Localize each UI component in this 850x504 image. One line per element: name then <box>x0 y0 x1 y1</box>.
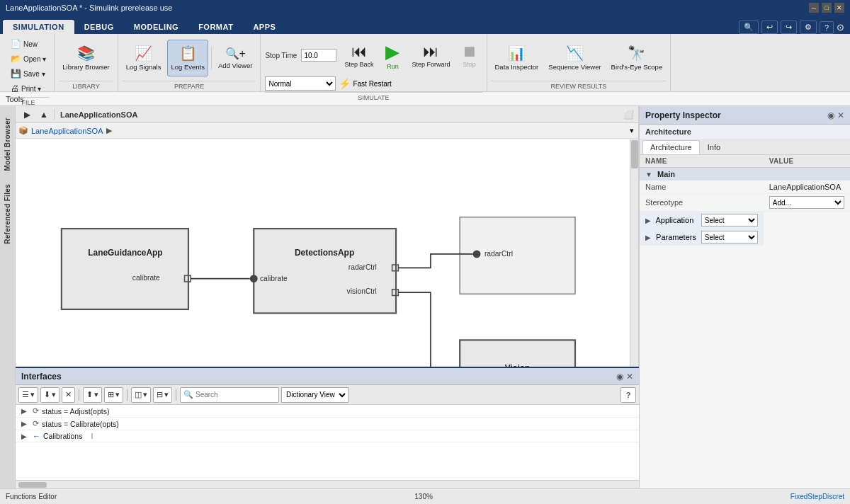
redo-btn[interactable]: ↪ <box>781 21 797 34</box>
status-left[interactable]: Functions Editor <box>6 493 57 500</box>
fast-restart-row: ⚡ Fast Restart <box>339 78 391 89</box>
status-right[interactable]: FixedStepDiscret <box>790 493 844 500</box>
row1-expand-icon[interactable]: ▶ <box>21 407 30 415</box>
print-label: Print ▾ <box>21 85 41 93</box>
up-button[interactable]: ▲ <box>37 108 51 122</box>
interfaces-import-btn[interactable]: ⬇▾ <box>40 387 60 403</box>
interfaces-arrange-btn[interactable]: ⊞▾ <box>104 387 123 403</box>
breadcrumb-icon2: 📦 <box>18 126 28 135</box>
ribbon-group-review-content: 📊 Data Inspector 📉 Sequence Viewer 🔭 Bir… <box>492 37 667 79</box>
simulation-mode-select[interactable]: Normal <box>265 76 336 91</box>
main-section-row[interactable]: ▼ Main <box>640 168 850 181</box>
save-icon: 💾 <box>11 69 21 79</box>
step-back-label: Step Back <box>344 61 373 68</box>
interfaces-content: ▶ ⟳ status = Adjust(opts) ▶ ⟳ status = C… <box>16 405 639 480</box>
ribbon-group-review: 📊 Data Inspector 📉 Sequence Viewer 🔭 Bir… <box>487 34 672 91</box>
parameters-section-row[interactable]: ▶ Parameters Select <box>640 229 850 246</box>
detections-app-block[interactable] <box>254 229 396 313</box>
breadcrumb-text[interactable]: LaneApplicationSOA <box>31 127 103 135</box>
interfaces-help-button[interactable]: ? <box>620 387 636 403</box>
ribbon-group-library: 📚 Library Browser LIBRARY <box>55 34 118 91</box>
interfaces-close-button[interactable]: ✕ <box>626 372 633 382</box>
architecture-tab[interactable]: Architecture <box>642 140 700 154</box>
add-icon: ☰ <box>22 390 29 399</box>
birds-eye-scope-button[interactable]: 🔭 Bird's-Eye Scope <box>608 40 667 76</box>
application-section-row[interactable]: ▶ Application Select <box>640 212 850 229</box>
if-hscroll-thumb[interactable] <box>18 482 47 488</box>
help-btn[interactable]: ? <box>820 21 834 34</box>
referenced-files-tab[interactable]: Referenced Files <box>1 178 13 250</box>
panel-close-button[interactable]: ✕ <box>837 110 844 120</box>
cursor-indicator: I <box>91 432 93 440</box>
prepare-group-label: PREPARE <box>123 81 256 91</box>
lane-guidance-block[interactable] <box>62 229 188 309</box>
canvas-maximize-button[interactable]: ⬜ <box>621 108 635 122</box>
new-button[interactable]: 📄 New <box>7 37 50 51</box>
tab-simulation[interactable]: SIMULATION <box>3 20 74 34</box>
step-forward-label: Step Forward <box>412 61 450 68</box>
sequence-viewer-button[interactable]: 📉 Sequence Viewer <box>545 40 604 76</box>
search-box: 🔍 <box>180 387 279 403</box>
add-viewer-button[interactable]: 🔍+ Add Viewer <box>215 47 256 69</box>
name-prop-value[interactable]: LaneApplicationSOA <box>764 181 850 194</box>
open-button[interactable]: 📂 Open ▾ <box>7 52 50 66</box>
scrollbar-thumb[interactable] <box>631 140 638 168</box>
info-tab[interactable]: Info <box>700 140 728 154</box>
interfaces-export-btn[interactable]: ⬆▾ <box>83 387 102 403</box>
dictionary-view-select[interactable]: Dictionary View <box>281 387 348 403</box>
maximize-button[interactable]: □ <box>822 3 832 13</box>
toolbar-divider3 <box>176 389 176 401</box>
save-button[interactable]: 💾 Save ▾ <box>7 67 50 81</box>
name-column-header: NAME <box>640 155 764 168</box>
search-docs-btn[interactable]: 🔍 <box>739 21 759 34</box>
add-viewer-icon: 🔍+ <box>225 47 246 60</box>
interface-row-1[interactable]: ▶ ⟳ status = Adjust(opts) <box>16 405 639 418</box>
ribbon-group-simulate: Stop Time ⏮ Step Back ▶ Run ⏭ Step Forwa… <box>261 34 487 91</box>
row2-expand-icon[interactable]: ▶ <box>21 420 30 428</box>
breadcrumb-dropdown[interactable]: ▾ <box>630 126 634 135</box>
minimize-button[interactable]: ─ <box>809 3 819 13</box>
step-back-button[interactable]: ⏮ Step Back <box>341 37 377 74</box>
interfaces-add-dropdown[interactable]: ☰▾ <box>18 387 38 403</box>
step-forward-button[interactable]: ⏭ Step Forward <box>408 37 453 74</box>
interfaces-hscroll[interactable] <box>16 480 639 488</box>
run-button[interactable]: ▶ Run <box>380 37 405 74</box>
interface-row-3[interactable]: ▶ ← Calibrations I <box>16 430 639 442</box>
main-expand-icon[interactable]: ▼ <box>645 171 652 178</box>
layout-icon: ◫ <box>135 390 142 399</box>
search-input[interactable] <box>196 391 285 399</box>
model-browser-tab[interactable]: Model Browser <box>1 112 13 177</box>
close-button[interactable]: ✕ <box>834 3 844 13</box>
data-inspector-button[interactable]: 📊 Data Inspector <box>492 40 543 76</box>
parameters-expand-icon[interactable]: ▶ <box>645 234 651 241</box>
stereotype-prop-value[interactable]: Add... <box>764 194 850 212</box>
library-group-label: LIBRARY <box>59 81 113 91</box>
interfaces-header-controls: ◉ ✕ <box>616 372 633 382</box>
application-select[interactable]: Select <box>701 214 758 227</box>
tab-modeling[interactable]: MODELING <box>124 20 188 34</box>
log-events-button[interactable]: 📋 Log Events <box>167 40 208 76</box>
stereotype-select[interactable]: Add... <box>769 196 844 209</box>
log-signals-button[interactable]: 📈 Log Signals <box>123 40 165 76</box>
tab-debug[interactable]: DEBUG <box>74 20 124 34</box>
interface-row-2[interactable]: ▶ ⟳ status = Calibrate(opts) <box>16 418 639 430</box>
library-browser-button[interactable]: 📚 Library Browser <box>59 40 113 76</box>
print-button[interactable]: 🖨 Print ▾ <box>7 81 50 96</box>
panel-pin-button[interactable]: ◉ <box>827 110 834 120</box>
application-expand-icon[interactable]: ▶ <box>645 217 651 224</box>
tab-format[interactable]: FORMAT <box>188 20 243 34</box>
close-ribbon-btn[interactable]: ⊙ <box>837 22 844 33</box>
interfaces-pin-button[interactable]: ◉ <box>616 372 623 382</box>
interfaces-collapse-btn[interactable]: ⊟▾ <box>153 387 172 403</box>
settings-btn[interactable]: ⚙ <box>800 21 817 34</box>
row3-expand-icon[interactable]: ▶ <box>21 433 30 440</box>
forward-button[interactable]: ▶ <box>20 108 34 122</box>
interfaces-layout-btn[interactable]: ◫▾ <box>131 387 151 403</box>
interfaces-delete-btn[interactable]: ✕ <box>62 387 75 403</box>
stop-button[interactable]: ⏹ Stop <box>457 37 482 74</box>
parameters-select[interactable]: Select <box>701 231 758 244</box>
tab-apps[interactable]: APPS <box>243 20 285 34</box>
undo-btn[interactable]: ↩ <box>761 21 778 34</box>
stop-time-input[interactable] <box>301 49 336 62</box>
status-bar: Functions Editor 130% FixedStepDiscret <box>0 488 850 504</box>
